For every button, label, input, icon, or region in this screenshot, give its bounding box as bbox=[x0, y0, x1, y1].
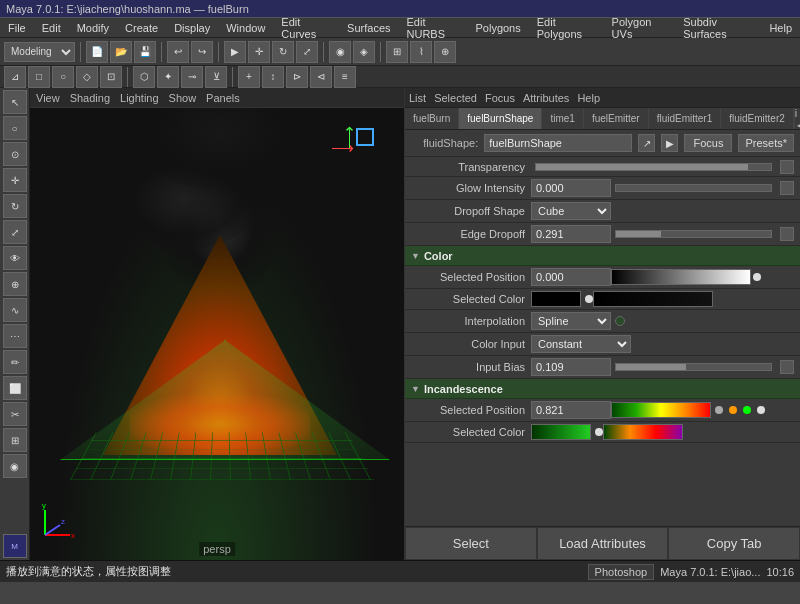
edge-dropoff-check[interactable] bbox=[780, 227, 794, 241]
input-bias-check[interactable] bbox=[780, 360, 794, 374]
transparency-check[interactable] bbox=[780, 160, 794, 174]
sec-tool-13[interactable]: ⊲ bbox=[310, 66, 332, 88]
rp-list[interactable]: List bbox=[409, 92, 426, 104]
toolbar-ipr[interactable]: ◈ bbox=[353, 41, 375, 63]
tab-fluidemitter1[interactable]: fluidEmitter1 bbox=[649, 108, 722, 130]
sec-tool-12[interactable]: ⊳ bbox=[286, 66, 308, 88]
toolbar-rotate[interactable]: ↻ bbox=[272, 41, 294, 63]
input-bias-slider[interactable] bbox=[615, 363, 772, 371]
vp-menu-shading[interactable]: Shading bbox=[70, 92, 110, 104]
menu-display[interactable]: Display bbox=[170, 20, 214, 36]
left-tool-select[interactable]: ↖ bbox=[3, 90, 27, 114]
glow-intensity-slider[interactable] bbox=[615, 184, 772, 192]
tab-time1[interactable]: time1 bbox=[542, 108, 583, 130]
vp-menu-panels[interactable]: Panels bbox=[206, 92, 240, 104]
inc-color-gradient-bar[interactable] bbox=[603, 424, 683, 440]
left-tool-paint[interactable]: ⊙ bbox=[3, 142, 27, 166]
left-tool-move[interactable]: ✛ bbox=[3, 168, 27, 192]
left-tool-sculpt[interactable]: ◉ bbox=[3, 454, 27, 478]
menu-polygon-uvs[interactable]: Polygon UVs bbox=[608, 14, 672, 42]
menu-edit-nurbs[interactable]: Edit NURBS bbox=[403, 14, 464, 42]
menu-edit-polygons[interactable]: Edit Polygons bbox=[533, 14, 600, 42]
edge-dropoff-field[interactable] bbox=[531, 225, 611, 243]
color-position-gradient[interactable] bbox=[611, 269, 751, 285]
toolbar-move[interactable]: ✛ bbox=[248, 41, 270, 63]
rp-focus[interactable]: Focus bbox=[485, 92, 515, 104]
rp-help[interactable]: Help bbox=[577, 92, 600, 104]
left-tool-crv[interactable]: ∿ bbox=[3, 298, 27, 322]
sec-tool-3[interactable]: ○ bbox=[52, 66, 74, 88]
viewport[interactable]: View Shading Lighting Show Panels Verts:… bbox=[30, 88, 405, 560]
edge-dropoff-slider[interactable] bbox=[615, 230, 772, 238]
toolbar-redo[interactable]: ↪ bbox=[191, 41, 213, 63]
color-section-header[interactable]: ▼ Color bbox=[405, 246, 800, 266]
menu-edit[interactable]: Edit bbox=[38, 20, 65, 36]
toolbar-open[interactable]: 📂 bbox=[110, 41, 132, 63]
toolbar-snap-curve[interactable]: ⌇ bbox=[410, 41, 432, 63]
incandescence-section-header[interactable]: ▼ Incandescence bbox=[405, 379, 800, 399]
toolbar-scale[interactable]: ⤢ bbox=[296, 41, 318, 63]
inc-selected-position-field[interactable] bbox=[531, 401, 611, 419]
sec-tool-7[interactable]: ✦ bbox=[157, 66, 179, 88]
toolbar-select[interactable]: ▶ bbox=[224, 41, 246, 63]
sec-tool-5[interactable]: ⊡ bbox=[100, 66, 122, 88]
color-gradient-bar[interactable] bbox=[593, 291, 713, 307]
glow-intensity-field[interactable] bbox=[531, 179, 611, 197]
menu-surfaces[interactable]: Surfaces bbox=[343, 20, 394, 36]
left-tool-lasso[interactable]: ○ bbox=[3, 116, 27, 140]
left-tool-stitch[interactable]: ⊞ bbox=[3, 428, 27, 452]
tab-fuelburn[interactable]: fuelBurn bbox=[405, 108, 459, 130]
color-input-select[interactable]: Constant Temperature bbox=[531, 335, 631, 353]
sec-tool-4[interactable]: ◇ bbox=[76, 66, 98, 88]
tab-scroll-arrow[interactable]: i ◄ bbox=[794, 108, 800, 130]
menu-polygons[interactable]: Polygons bbox=[471, 20, 524, 36]
glow-intensity-check[interactable] bbox=[780, 181, 794, 195]
toolbar-undo[interactable]: ↩ bbox=[167, 41, 189, 63]
status-app[interactable]: Photoshop bbox=[588, 564, 655, 580]
left-tool-brush[interactable]: ✏ bbox=[3, 350, 27, 374]
mode-select[interactable]: Modeling Animation Dynamics bbox=[4, 42, 75, 62]
vp-menu-show[interactable]: Show bbox=[169, 92, 197, 104]
fluidshape-input[interactable] bbox=[484, 134, 632, 152]
inc-selected-color-swatch[interactable] bbox=[531, 424, 591, 440]
select-button[interactable]: Select bbox=[405, 527, 537, 560]
menu-edit-curves[interactable]: Edit Curves bbox=[277, 14, 335, 42]
sec-tool-10[interactable]: + bbox=[238, 66, 260, 88]
interpolation-select[interactable]: Spline Linear None bbox=[531, 312, 611, 330]
input-bias-field[interactable] bbox=[531, 358, 611, 376]
copy-tab-button[interactable]: Copy Tab bbox=[668, 527, 800, 560]
sec-tool-2[interactable]: □ bbox=[28, 66, 50, 88]
inc-gradient-bar[interactable] bbox=[611, 402, 711, 418]
sec-tool-1[interactable]: ⊿ bbox=[4, 66, 26, 88]
left-tool-ep[interactable]: ⋯ bbox=[3, 324, 27, 348]
vp-menu-view[interactable]: View bbox=[36, 92, 60, 104]
sec-tool-11[interactable]: ↕ bbox=[262, 66, 284, 88]
toolbar-new[interactable]: 📄 bbox=[86, 41, 108, 63]
sec-tool-14[interactable]: ≡ bbox=[334, 66, 356, 88]
sec-tool-9[interactable]: ⊻ bbox=[205, 66, 227, 88]
dropoff-shape-select[interactable]: Cube Sphere Cylinder bbox=[531, 202, 611, 220]
left-tool-scale[interactable]: ⤢ bbox=[3, 220, 27, 244]
tab-fuelemitter[interactable]: fuelEmitter bbox=[584, 108, 649, 130]
fluidshape-btn1[interactable]: ↗ bbox=[638, 134, 655, 152]
presets-button[interactable]: Presets* bbox=[738, 134, 794, 152]
rp-selected[interactable]: Selected bbox=[434, 92, 477, 104]
menu-file[interactable]: File bbox=[4, 20, 30, 36]
left-tool-trim[interactable]: ✂ bbox=[3, 402, 27, 426]
vp-menu-lighting[interactable]: Lighting bbox=[120, 92, 159, 104]
left-tool-snap[interactable]: ⊕ bbox=[3, 272, 27, 296]
left-tool-show[interactable]: 👁 bbox=[3, 246, 27, 270]
fluidshape-btn2[interactable]: ▶ bbox=[661, 134, 678, 152]
menu-help[interactable]: Help bbox=[765, 20, 796, 36]
sec-tool-8[interactable]: ⊸ bbox=[181, 66, 203, 88]
tab-fluidemitter2[interactable]: fluidEmitter2 bbox=[721, 108, 794, 130]
menu-window[interactable]: Window bbox=[222, 20, 269, 36]
sec-tool-6[interactable]: ⬡ bbox=[133, 66, 155, 88]
toolbar-snap-point[interactable]: ⊕ bbox=[434, 41, 456, 63]
load-attributes-button[interactable]: Load Attributes bbox=[537, 527, 669, 560]
menu-subdiv-surfaces[interactable]: Subdiv Surfaces bbox=[679, 14, 757, 42]
selected-color-swatch[interactable] bbox=[531, 291, 581, 307]
selected-position-field[interactable] bbox=[531, 268, 611, 286]
left-tool-rotate[interactable]: ↻ bbox=[3, 194, 27, 218]
toolbar-snap-grid[interactable]: ⊞ bbox=[386, 41, 408, 63]
